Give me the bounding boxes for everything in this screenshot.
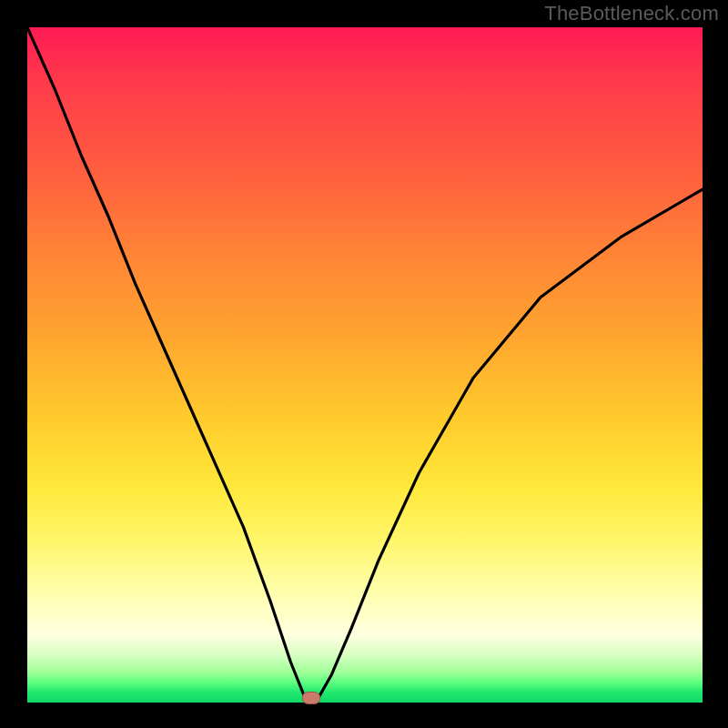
minimum-marker	[302, 692, 320, 704]
watermark-text: TheBottleneck.com	[544, 2, 719, 25]
bottleneck-curve	[27, 27, 703, 703]
plot-area	[27, 27, 703, 703]
chart-frame: TheBottleneck.com	[0, 0, 728, 728]
curve-path	[27, 27, 703, 703]
